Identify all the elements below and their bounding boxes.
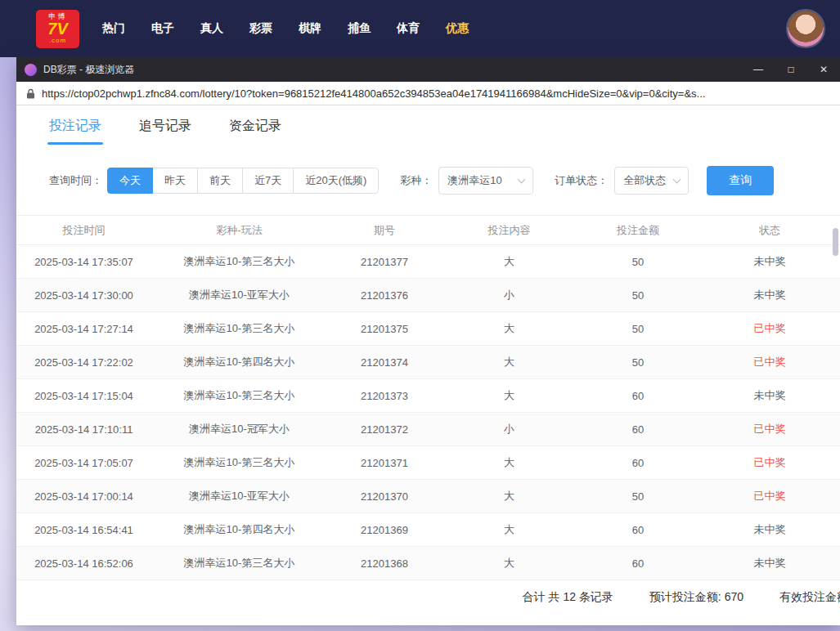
cell-content: 大 <box>442 513 577 547</box>
tab-bar: 投注记录追号记录资金记录 <box>16 105 840 145</box>
lottery-select-value: 澳洲幸运10 <box>447 173 501 188</box>
tab-投注记录[interactable]: 投注记录 <box>49 118 101 145</box>
cell-play: 澳洲幸运10-亚军大小 <box>151 279 327 312</box>
cell-issue: 21201374 <box>327 346 442 379</box>
column-header-投注金额: 投注金额 <box>577 216 699 245</box>
cell-status: 未中奖 <box>699 279 840 312</box>
chevron-down-icon <box>673 175 681 183</box>
order-status-label: 订单状态： <box>555 173 608 188</box>
cell-content: 大 <box>442 480 577 513</box>
cell-issue: 21201370 <box>327 480 442 513</box>
table-row: 2025-03-14 16:54:41澳洲幸运10-第四名大小21201369大… <box>16 513 840 547</box>
nav-item-真人[interactable]: 真人 <box>187 21 236 36</box>
cell-time: 2025-03-14 17:00:14 <box>16 480 151 513</box>
maximize-button[interactable]: □ <box>775 57 807 82</box>
cell-content: 小 <box>442 279 577 312</box>
nav-item-体育[interactable]: 体育 <box>384 21 433 36</box>
desktop: 申博 7V .com 热门电子真人彩票棋牌捕鱼体育优惠 DB彩票 - 极速浏览器… <box>0 0 840 631</box>
chevron-down-icon <box>518 175 526 183</box>
cell-amount: 60 <box>577 413 699 446</box>
order-status-value: 全部状态 <box>623 173 666 188</box>
column-header-投注时间: 投注时间 <box>16 216 151 245</box>
table-row: 2025-03-14 16:52:06澳洲幸运10-第三名大小21201368大… <box>16 547 840 580</box>
cell-amount: 60 <box>577 446 699 480</box>
cell-content: 大 <box>442 379 577 413</box>
minimize-button[interactable]: — <box>742 57 775 82</box>
cell-content: 大 <box>442 346 577 379</box>
browser-window: DB彩票 - 极速浏览器 — □ ✕ https://ctop02pchwp1.… <box>16 57 840 625</box>
cell-status: 已中奖 <box>699 480 840 513</box>
logo-text-main: 7V <box>47 20 67 38</box>
lottery-select[interactable]: 澳洲幸运10 <box>438 167 533 195</box>
tab-追号记录[interactable]: 追号记录 <box>139 118 191 145</box>
cell-issue: 21201372 <box>327 413 442 446</box>
table-row: 2025-03-14 17:10:11澳洲幸运10-冠军大小21201372小6… <box>16 413 840 446</box>
cell-content: 小 <box>442 413 577 446</box>
column-header-彩种-玩法: 彩种-玩法 <box>151 216 327 245</box>
cell-amount: 60 <box>577 547 699 580</box>
total-records: 合计 共 12 条记录 <box>523 590 613 605</box>
records-table: 投注时间彩种-玩法期号投注内容投注金额状态 2025-03-14 17:35:0… <box>16 215 840 580</box>
site-logo[interactable]: 申博 7V .com <box>36 10 79 48</box>
nav-item-彩票[interactable]: 彩票 <box>236 21 285 36</box>
table-row: 2025-03-14 17:30:00澳洲幸运10-亚军大小21201376小5… <box>16 279 840 312</box>
cell-status: 未中奖 <box>699 547 840 580</box>
nav-item-棋牌[interactable]: 棋牌 <box>285 21 335 36</box>
user-avatar[interactable] <box>788 11 824 47</box>
scrollbar[interactable] <box>833 228 838 256</box>
cell-amount: 50 <box>577 245 699 279</box>
cell-time: 2025-03-14 17:05:07 <box>16 446 151 480</box>
cell-time: 2025-03-14 17:10:11 <box>16 413 151 446</box>
nav-item-优惠[interactable]: 优惠 <box>433 21 482 36</box>
time-option-昨天[interactable]: 昨天 <box>152 168 198 194</box>
time-option-今天[interactable]: 今天 <box>107 168 153 194</box>
query-button[interactable]: 查询 <box>707 166 774 195</box>
close-button[interactable]: ✕ <box>807 57 840 82</box>
cell-play: 澳洲幸运10-第四名大小 <box>151 513 327 547</box>
cell-time: 2025-03-14 17:22:02 <box>16 346 151 379</box>
cell-play: 澳洲幸运10-第三名大小 <box>151 245 327 279</box>
table-row: 2025-03-14 17:27:14澳洲幸运10-第三名大小21201375大… <box>16 312 840 346</box>
cell-issue: 21201373 <box>327 379 442 413</box>
cell-issue: 21201371 <box>327 446 442 480</box>
cell-content: 大 <box>442 446 577 480</box>
cell-amount: 50 <box>577 480 699 513</box>
tab-资金记录[interactable]: 资金记录 <box>229 118 281 145</box>
nav-item-热门[interactable]: 热门 <box>89 21 138 36</box>
url-text: https://ctop02pchwp1.zfnc84.com/lottery/… <box>42 87 705 100</box>
filter-bar: 查询时间： 今天昨天前天近7天近20天(低频) 彩种： 澳洲幸运10 订单状态：… <box>49 166 840 195</box>
column-header-投注内容: 投注内容 <box>442 216 577 245</box>
cell-status: 未中奖 <box>699 513 840 547</box>
cell-amount: 50 <box>577 312 699 346</box>
cell-issue: 21201368 <box>327 547 442 580</box>
cell-content: 大 <box>442 245 577 279</box>
cell-time: 2025-03-14 16:52:06 <box>16 547 151 580</box>
nav-item-捕鱼[interactable]: 捕鱼 <box>335 21 384 36</box>
cell-status: 已中奖 <box>699 312 840 346</box>
time-filter-group: 今天昨天前天近7天近20天(低频) <box>107 168 379 194</box>
column-header-期号: 期号 <box>327 216 442 245</box>
address-bar[interactable]: https://ctop02pchwp1.zfnc84.com/lottery/… <box>16 82 840 105</box>
time-option-近20天(低频)[interactable]: 近20天(低频) <box>293 168 379 194</box>
cell-content: 大 <box>442 547 577 580</box>
cell-time: 2025-03-14 17:27:14 <box>16 312 151 346</box>
order-status-select[interactable]: 全部状态 <box>614 167 689 195</box>
table-row: 2025-03-14 17:00:14澳洲幸运10-亚军大小21201370大5… <box>16 480 840 513</box>
time-option-近7天[interactable]: 近7天 <box>242 168 294 194</box>
cell-play: 澳洲幸运10-亚军大小 <box>151 480 327 513</box>
cell-status: 已中奖 <box>699 446 840 480</box>
cell-issue: 21201377 <box>327 245 442 279</box>
main-nav: 热门电子真人彩票棋牌捕鱼体育优惠 <box>89 21 482 36</box>
browser-app-icon <box>25 64 37 76</box>
cell-status: 未中奖 <box>699 379 840 413</box>
cell-time: 2025-03-14 17:30:00 <box>16 279 151 312</box>
cell-issue: 21201375 <box>327 312 442 346</box>
table-header-row: 投注时间彩种-玩法期号投注内容投注金额状态 <box>16 216 840 245</box>
time-option-前天[interactable]: 前天 <box>197 168 243 194</box>
table-row: 2025-03-14 17:05:07澳洲幸运10-第三名大小21201371大… <box>16 446 840 480</box>
logo-text-com: .com <box>49 38 66 44</box>
time-filter-label: 查询时间： <box>49 173 102 188</box>
cell-time: 2025-03-14 16:54:41 <box>16 513 151 547</box>
nav-item-电子[interactable]: 电子 <box>138 21 187 36</box>
window-titlebar: DB彩票 - 极速浏览器 — □ ✕ <box>16 57 840 82</box>
